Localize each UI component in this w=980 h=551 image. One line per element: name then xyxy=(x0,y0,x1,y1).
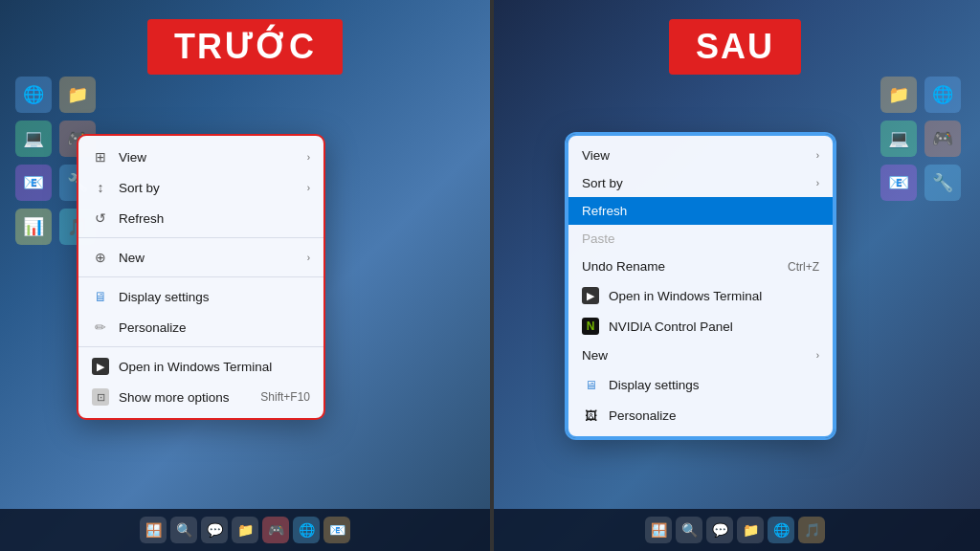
new-nvidia-label: NVIDIA Control Panel xyxy=(609,320,819,334)
left-panel: 🌐 📁 💻 🎮 📧 🔧 📊 🎵 TRƯỚC ⊞ View › ↕ Sort by… xyxy=(0,0,490,551)
showmore-icon: ⊡ xyxy=(92,388,109,406)
new-personalize-icon: 🖼 xyxy=(582,407,599,424)
new-menu-paste[interactable]: Paste xyxy=(568,225,833,253)
left-taskbar: 🪟 🔍 💬 📁 🎮 🌐 📧 xyxy=(0,509,490,551)
refresh-icon: ↺ xyxy=(92,209,109,227)
old-menu-personalize[interactable]: ✏ Personalize xyxy=(78,312,323,342)
old-menu-display[interactable]: 🖥 Display settings xyxy=(78,281,323,312)
sort-arrow: › xyxy=(307,183,310,193)
view-icon: ⊞ xyxy=(92,148,109,165)
old-menu-showmore[interactable]: ⊡ Show more options Shift+F10 xyxy=(78,382,323,412)
right-taskbar-icon-4: 📁 xyxy=(737,517,764,543)
right-taskbar-icon-2: 🔍 xyxy=(676,517,702,543)
right-taskbar-icon-3: 💬 xyxy=(706,517,733,543)
old-context-menu: ⊞ View › ↕ Sort by › ↺ Refresh ⊕ New › 🖥… xyxy=(77,134,325,420)
new-menu-undo[interactable]: Undo Rename Ctrl+Z xyxy=(568,253,833,280)
new-sort-label: Sort by xyxy=(582,176,807,190)
new-view-label: View xyxy=(582,148,807,163)
sort-icon: ↕ xyxy=(92,179,109,196)
showmore-shortcut: Shift+F10 xyxy=(260,390,310,404)
taskbar-icon-4: 📁 xyxy=(232,517,258,543)
taskbar-icon-7: 📧 xyxy=(323,517,350,543)
terminal-icon: ▶ xyxy=(92,358,109,375)
new-menu-nvidia[interactable]: N NVIDIA Control Panel xyxy=(568,311,833,342)
taskbar-icon-3: 💬 xyxy=(201,517,228,543)
display-label: Display settings xyxy=(119,290,310,304)
new-new-label: New xyxy=(582,348,807,363)
new-undo-shortcut: Ctrl+Z xyxy=(788,260,819,274)
view-label: View xyxy=(119,150,298,165)
taskbar-icon-2: 🔍 xyxy=(170,517,197,543)
new-display-icon: 🖥 xyxy=(582,376,599,393)
before-label: TRƯỚC xyxy=(147,19,343,75)
right-taskbar-icon-6: 🎵 xyxy=(798,517,825,543)
old-menu-sort[interactable]: ↕ Sort by › xyxy=(78,172,323,203)
new-menu-personalize[interactable]: 🖼 Personalize xyxy=(568,400,833,430)
new-context-menu: View › Sort by › Refresh Paste Undo Rena… xyxy=(567,134,835,438)
taskbar-icon-6: 🌐 xyxy=(293,517,320,543)
new-refresh-label: Refresh xyxy=(582,204,819,218)
showmore-label: Show more options xyxy=(119,390,232,405)
personalize-icon: ✏ xyxy=(92,319,109,336)
after-label: SAU xyxy=(669,19,801,75)
terminal-label: Open in Windows Terminal xyxy=(119,360,310,374)
panel-divider xyxy=(490,0,494,551)
new-view-arrow: › xyxy=(816,150,819,161)
nvidia-icon: N xyxy=(582,318,599,335)
display-icon: 🖥 xyxy=(92,288,109,305)
new-menu-sort[interactable]: Sort by › xyxy=(568,169,833,197)
new-menu-display[interactable]: 🖥 Display settings xyxy=(568,369,833,400)
new-terminal-icon: ▶ xyxy=(582,287,599,304)
sep2 xyxy=(78,276,323,277)
new-menu-view[interactable]: View › xyxy=(568,142,833,169)
old-menu-view[interactable]: ⊞ View › xyxy=(78,142,323,172)
personalize-label: Personalize xyxy=(119,320,310,335)
new-menu-terminal[interactable]: ▶ Open in Windows Terminal xyxy=(568,280,833,311)
new-arrow: › xyxy=(307,253,310,263)
new-terminal-label: Open in Windows Terminal xyxy=(609,289,819,303)
right-desktop-icons: 📁 🌐 💻 🎮 📧 🔧 xyxy=(880,77,961,201)
new-paste-label: Paste xyxy=(582,231,819,246)
new-sort-arrow: › xyxy=(816,178,819,188)
new-icon: ⊕ xyxy=(92,249,109,266)
old-menu-new[interactable]: ⊕ New › xyxy=(78,242,323,273)
old-menu-terminal[interactable]: ▶ Open in Windows Terminal xyxy=(78,351,323,382)
taskbar-icon-5: 🎮 xyxy=(262,517,289,543)
right-taskbar-icon-5: 🌐 xyxy=(768,517,794,543)
sep3 xyxy=(78,346,323,347)
new-menu-new[interactable]: New › xyxy=(568,342,833,369)
new-new-arrow: › xyxy=(816,350,819,361)
right-panel: 📁 🌐 💻 🎮 📧 🔧 SAU View › Sort by › Refresh… xyxy=(490,0,980,551)
sep1 xyxy=(78,237,323,238)
new-display-label: Display settings xyxy=(609,378,819,392)
view-arrow: › xyxy=(307,152,310,163)
sort-label: Sort by xyxy=(119,181,298,195)
refresh-label: Refresh xyxy=(119,211,310,226)
right-taskbar: 🪟 🔍 💬 📁 🌐 🎵 xyxy=(490,509,980,551)
old-menu-refresh[interactable]: ↺ Refresh xyxy=(78,203,323,233)
right-taskbar-icon-1: 🪟 xyxy=(645,517,672,543)
new-personalize-label: Personalize xyxy=(609,408,819,423)
taskbar-icon-1: 🪟 xyxy=(140,517,167,543)
new-label: New xyxy=(119,251,298,265)
new-menu-refresh[interactable]: Refresh xyxy=(568,197,833,225)
new-undo-label: Undo Rename xyxy=(582,259,759,274)
